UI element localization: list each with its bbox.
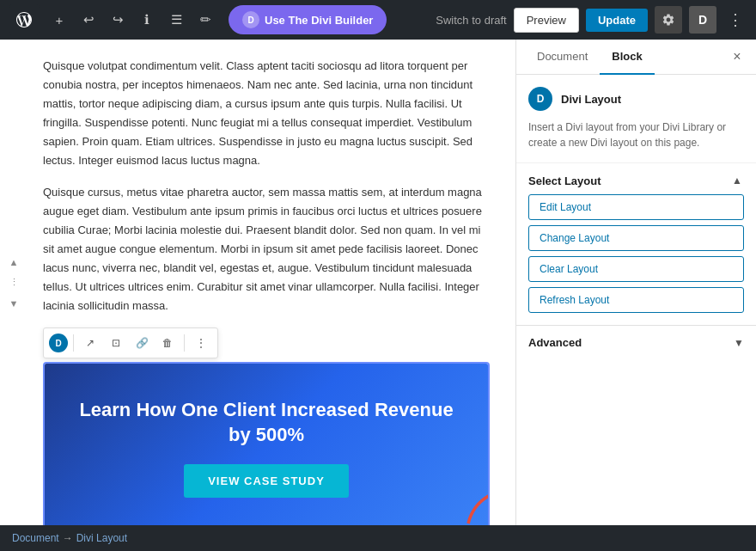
panel-section-title: Divi Layout <box>561 93 621 106</box>
select-layout-label: Select Layout <box>528 174 601 187</box>
edit-layout-button[interactable]: Edit Layout <box>528 194 744 220</box>
divi-builder-button[interactable]: D Use The Divi Builder <box>229 5 387 34</box>
top-bar: + ↩ ↪ ℹ ☰ ✏ D Use The Divi Builder Switc… <box>0 0 756 40</box>
float-up-btn[interactable]: ▲ <box>5 254 22 271</box>
delete-icon[interactable]: 🗑 <box>156 332 179 354</box>
paragraph-1: Quisque volutpat condimentum velit. Clas… <box>43 57 490 171</box>
main-area: ▲ ⋮ ▼ Quisque volutpat condimentum velit… <box>0 40 756 525</box>
advanced-section[interactable]: Advanced ▼ <box>516 325 756 359</box>
float-dots-btn[interactable]: ⋮ <box>5 274 22 291</box>
paragraph-2: Quisque cursus, metus vitae pharetra auc… <box>43 183 490 316</box>
float-down-btn[interactable]: ▼ <box>5 295 22 312</box>
more-icon[interactable]: ⋮ <box>190 332 212 354</box>
tab-document[interactable]: Document <box>525 40 600 75</box>
status-arrow: → <box>63 532 73 544</box>
block-toolbar: D ↗ ⊡ 🔗 🗑 ⋮ <box>43 328 218 358</box>
divi-cta-button[interactable]: VIEW CASE STUDY <box>184 464 349 498</box>
left-float-controls: ▲ ⋮ ▼ <box>5 254 22 312</box>
switch-to-draft-link[interactable]: Switch to draft <box>436 14 506 27</box>
editor-area: ▲ ⋮ ▼ Quisque volutpat condimentum velit… <box>0 40 515 525</box>
panel-divi-layout-section: D Divi Layout Insert a Divi layout from … <box>516 75 756 163</box>
info-icon[interactable]: ℹ <box>134 7 160 33</box>
transform-icon[interactable]: ↗ <box>79 332 101 354</box>
update-button[interactable]: Update <box>586 9 648 32</box>
more-options-button[interactable]: ⋮ <box>723 8 747 32</box>
edit-icon[interactable]: ✏ <box>192 7 218 33</box>
chevron-up-icon[interactable]: ▲ <box>730 174 744 187</box>
tab-block[interactable]: Block <box>600 40 654 75</box>
divi-module-inner: Learn How One Client Increased Revenue b… <box>45 364 488 525</box>
divi-module: Learn How One Client Increased Revenue b… <box>43 362 490 525</box>
panel-tabs: Document Block × <box>516 40 756 75</box>
preview-button[interactable]: Preview <box>514 8 579 33</box>
toolbar-icons: + ↩ ↪ ℹ ☰ ✏ <box>46 7 218 33</box>
add-icon[interactable]: + <box>46 7 72 33</box>
redo-icon[interactable]: ↪ <box>105 7 131 33</box>
list-icon[interactable]: ☰ <box>163 7 189 33</box>
settings-button[interactable] <box>655 6 682 34</box>
status-document-link[interactable]: Document <box>12 532 59 544</box>
toolbar-divider-1 <box>73 334 74 352</box>
divi-headline: Learn How One Client Increased Revenue b… <box>70 398 462 447</box>
right-panel: Document Block × D Divi Layout Insert a … <box>515 40 756 525</box>
clear-layout-button[interactable]: Clear Layout <box>528 256 744 282</box>
toolbar-divider-2 <box>184 334 185 352</box>
change-layout-button[interactable]: Change Layout <box>528 225 744 251</box>
chevron-down-icon: ▼ <box>734 337 744 349</box>
status-divi-layout-link[interactable]: Divi Layout <box>76 532 127 544</box>
editor-content: Quisque volutpat condimentum velit. Clas… <box>43 57 490 525</box>
resize-icon[interactable]: ⊡ <box>105 332 127 354</box>
red-arrow <box>458 472 490 523</box>
block-divi-icon[interactable]: D <box>49 334 68 352</box>
divi-d-button[interactable]: D <box>689 6 716 34</box>
panel-section-header: D Divi Layout <box>528 87 744 111</box>
divi-btn-circle-icon: D <box>242 11 259 28</box>
layout-buttons: Edit Layout Change Layout Clear Layout R… <box>516 194 756 325</box>
panel-section-desc: Insert a Divi layout from your Divi Libr… <box>528 119 744 150</box>
select-layout-header: Select Layout ▲ <box>516 163 756 194</box>
status-bar: Document → Divi Layout <box>0 525 756 551</box>
divi-icon: D <box>528 87 552 111</box>
advanced-label: Advanced <box>528 336 582 349</box>
refresh-layout-button[interactable]: Refresh Layout <box>528 287 744 313</box>
undo-icon[interactable]: ↩ <box>76 7 101 33</box>
wp-logo <box>9 4 40 35</box>
link-icon[interactable]: 🔗 <box>131 332 153 354</box>
panel-close-button[interactable]: × <box>727 46 747 67</box>
